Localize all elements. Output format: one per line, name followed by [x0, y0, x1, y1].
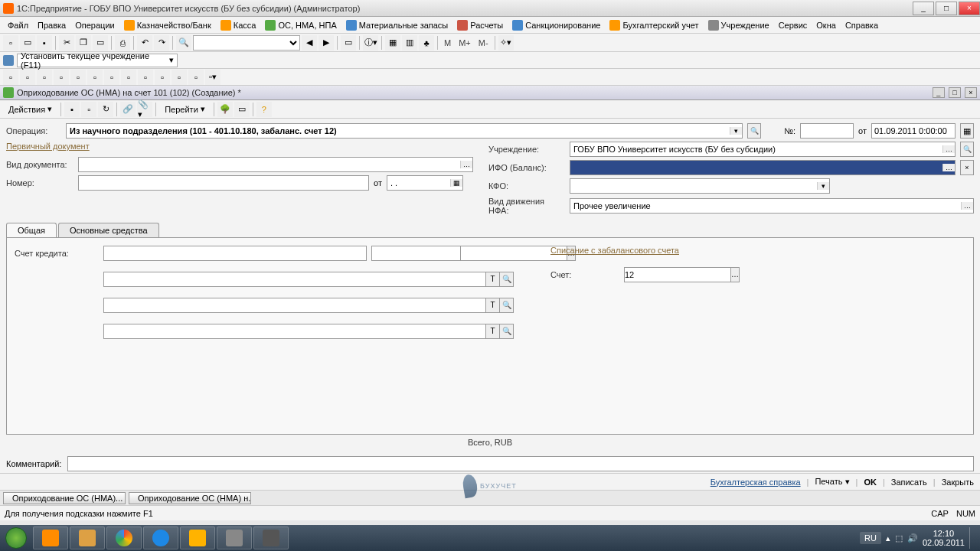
date-input[interactable]	[871, 123, 956, 139]
doc-type-combo[interactable]: …	[78, 157, 473, 172]
sh11[interactable]: ▫	[172, 70, 187, 85]
nav-back-button[interactable]: ◀	[302, 35, 317, 51]
doc-minimize-button[interactable]: _	[933, 87, 945, 98]
subconto-1-q[interactable]: 🔍	[500, 272, 514, 287]
goto-menu[interactable]: Перейти ▾	[159, 102, 211, 116]
subconto-3[interactable]	[103, 324, 486, 339]
doc-report-button[interactable]: ▭	[234, 102, 250, 117]
menu-materials[interactable]: Материальные запасы	[341, 18, 453, 32]
doc-link-button[interactable]: 🔗	[120, 102, 136, 117]
mplus-label[interactable]: M+	[456, 38, 474, 47]
sh1[interactable]: ▫	[3, 70, 18, 85]
taskbar-ie[interactable]	[143, 527, 178, 549]
inst-combo[interactable]: ГОБУ ВПО Университет искусств (БУ без су…	[570, 142, 956, 157]
menu-file[interactable]: Файл	[3, 19, 33, 31]
doc-post-button[interactable]: ▫	[81, 102, 96, 117]
doc-help-button[interactable]: ?	[256, 102, 272, 117]
menu-cash[interactable]: Касса	[216, 18, 261, 32]
window-tab-1[interactable]: Оприходование ОС (НМА)...	[3, 492, 126, 504]
window-tab-2[interactable]: Оприходование ОС (НМА) н...	[129, 492, 251, 504]
doc-maximize-button[interactable]: □	[949, 87, 961, 98]
menu-help[interactable]: Справка	[841, 19, 883, 31]
subconto-2-t[interactable]: T	[486, 298, 500, 313]
start-button[interactable]	[0, 525, 32, 551]
sh13[interactable]: ▫▾	[205, 70, 220, 85]
sh9[interactable]: ▫	[138, 70, 153, 85]
taskbar-app5[interactable]	[217, 527, 252, 549]
taskbar-app6[interactable]	[253, 527, 289, 549]
taskbar-explorer[interactable]	[70, 527, 105, 549]
sh8[interactable]: ▫	[121, 70, 136, 85]
chart-button[interactable]: ▥	[402, 35, 417, 51]
acct-pick[interactable]: …	[731, 267, 740, 282]
taskbar-wmp[interactable]	[33, 527, 68, 549]
paste-button[interactable]: ▭	[93, 35, 108, 51]
close-button[interactable]: ×	[959, 2, 980, 15]
doc-tree-button[interactable]: 🌳	[217, 102, 233, 117]
sh2[interactable]: ▫	[20, 70, 35, 85]
subconto-2[interactable]	[103, 298, 486, 313]
current-institution-combo[interactable]: Установить текущее учреждение (F11) ▾	[17, 54, 178, 67]
num-input[interactable]	[800, 123, 854, 139]
taskbar-1c[interactable]	[180, 527, 215, 549]
menu-windows[interactable]: Окна	[812, 19, 841, 31]
tree-button[interactable]: ♣	[419, 35, 434, 51]
menu-treasury[interactable]: Казначейство/Банк	[119, 18, 216, 32]
calendar-button[interactable]: ▦	[960, 123, 974, 139]
subconto-1-t[interactable]: T	[486, 272, 500, 287]
show-desktop-button[interactable]	[969, 527, 975, 549]
tab-assets[interactable]: Основные средства	[58, 223, 159, 237]
nav-fwd-button[interactable]: ▶	[318, 35, 334, 51]
nfa-combo[interactable]: Прочее увеличение …	[570, 198, 974, 214]
acct-input[interactable]	[624, 267, 731, 282]
subconto-1[interactable]	[103, 272, 486, 287]
actions-menu[interactable]: Действия ▾	[3, 102, 57, 116]
minimize-button[interactable]: _	[913, 2, 934, 15]
menu-calc[interactable]: Расчеты	[452, 18, 508, 32]
menu-accounting[interactable]: Бухгалтерский учет	[605, 18, 703, 32]
mminus-label[interactable]: M-	[475, 38, 492, 47]
search-button[interactable]: 🔍	[176, 35, 191, 51]
kfo-combo[interactable]: ▾	[570, 178, 830, 194]
doc-save-button[interactable]: ▪	[64, 102, 80, 117]
doc-refresh-button[interactable]: ↻	[98, 102, 113, 117]
sh12[interactable]: ▫	[188, 70, 204, 85]
doc-num-input[interactable]	[78, 175, 369, 191]
sh7[interactable]: ▫	[104, 70, 119, 85]
ref-link[interactable]: Бухгалтерская справка	[710, 478, 801, 487]
info-button[interactable]: ⓘ▾	[363, 35, 378, 51]
operation-combo[interactable]: Из научного подразделения (101 - 401.10.…	[66, 123, 743, 139]
subconto-3-t[interactable]: T	[486, 324, 500, 339]
undo-button[interactable]: ↶	[137, 35, 152, 51]
print-button[interactable]: ⎙	[115, 35, 130, 51]
menu-edit[interactable]: Правка	[33, 19, 70, 31]
search-combo[interactable]	[193, 35, 300, 51]
doc-date-combo[interactable]: . .▦	[387, 175, 463, 191]
redo-button[interactable]: ↷	[154, 35, 169, 51]
tray-network-icon[interactable]: ⬚	[895, 533, 903, 543]
copy-button[interactable]: ❐	[76, 35, 91, 51]
windows-button[interactable]: ▭	[341, 35, 356, 51]
doc-attach-button[interactable]: 📎▾	[137, 102, 152, 117]
tray-sound-icon[interactable]: 🔊	[907, 533, 918, 543]
comment-input[interactable]	[67, 456, 974, 471]
inst-search-button[interactable]: 🔍	[960, 142, 974, 157]
sh3[interactable]: ▫	[37, 70, 52, 85]
grid-button[interactable]: ▦	[385, 35, 400, 51]
menu-os[interactable]: ОС, НМА, НПА	[260, 18, 341, 32]
print-menu[interactable]: Печать ▾	[815, 477, 849, 487]
doc-close-button[interactable]: ×	[965, 87, 977, 98]
cut-button[interactable]: ✂	[59, 35, 74, 51]
new-button[interactable]: ▫	[3, 35, 18, 51]
tray-lang[interactable]: RU	[860, 532, 881, 544]
tab-general[interactable]: Общая	[6, 223, 57, 237]
ifo-clear-button[interactable]: ×	[960, 160, 974, 175]
tray-up-icon[interactable]: ▴	[886, 533, 890, 543]
menu-institution[interactable]: Учреждение	[704, 18, 774, 32]
wizard-button[interactable]: ✧▾	[498, 35, 514, 51]
subconto-3-q[interactable]: 🔍	[500, 324, 514, 339]
ok-button[interactable]: OK	[864, 478, 877, 487]
menu-service[interactable]: Сервис	[774, 19, 812, 31]
taskbar-chrome[interactable]	[106, 527, 142, 549]
open-button[interactable]: ▭	[20, 35, 35, 51]
